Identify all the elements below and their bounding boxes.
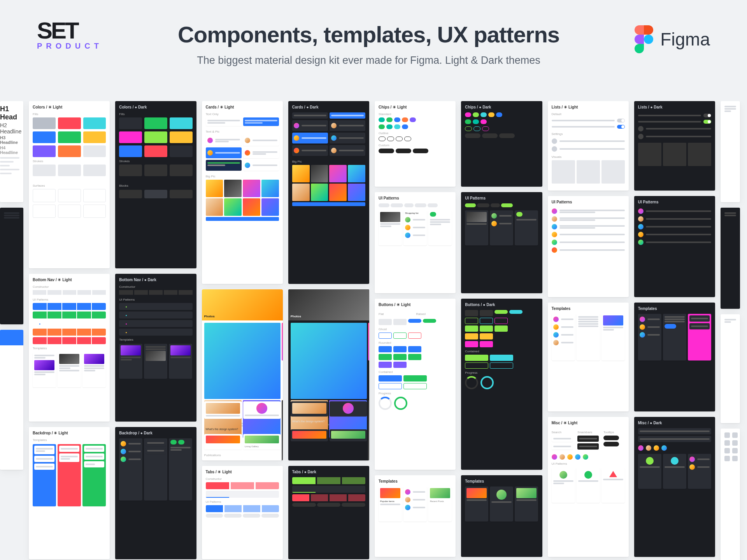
panel-buttons-templates-dark: Templates bbox=[461, 475, 542, 557]
section-label: Settings bbox=[552, 132, 625, 136]
section-label: Rounded bbox=[379, 341, 452, 345]
typo-h3: H3 Headline bbox=[0, 135, 19, 145]
panel-lists-templates-light: Templates bbox=[548, 303, 629, 411]
gallery-col-3: Cards / ☀ Light Text Only Text & Pic Big… bbox=[202, 101, 283, 560]
panel-title: Templates bbox=[465, 479, 538, 483]
panel-title: Misc / ● Dark bbox=[638, 421, 711, 425]
section-label: Outline bbox=[379, 131, 452, 135]
panel-title: Chips / ☀ Light bbox=[379, 105, 452, 109]
panel-title: Colors / ● Dark bbox=[119, 105, 192, 109]
section-label: Contained bbox=[465, 350, 538, 353]
figma-word: Figma bbox=[660, 29, 710, 50]
section-label: Publications bbox=[204, 453, 281, 457]
section-label: Constructor bbox=[206, 477, 279, 481]
section-label: Strokes bbox=[33, 159, 106, 163]
section-label: Templates bbox=[33, 438, 106, 442]
photos-cat: Living Gallery bbox=[245, 445, 259, 448]
section-label: Ghost bbox=[379, 327, 452, 331]
photos-question: What's the design system? bbox=[206, 428, 238, 430]
panel-title: Misc / ☀ Light bbox=[552, 421, 625, 425]
panel-lists-dark: Lists / ● Dark bbox=[634, 101, 715, 191]
section-label: Constructor bbox=[33, 285, 106, 289]
gallery-col-7: Lists / ☀ Light Default Settings Visuals… bbox=[548, 101, 629, 560]
panel-misc-dark: Misc / ● Dark bbox=[634, 417, 715, 557]
header-title-block: Components, templates, UX patterns The b… bbox=[103, 21, 635, 66]
gallery-col-5: Chips / ☀ Light Standard Outline Custom … bbox=[375, 101, 456, 560]
section-label: Visuals bbox=[552, 155, 625, 159]
panel-peek-backdrop bbox=[0, 330, 23, 470]
gallery-peek-right bbox=[721, 101, 740, 560]
section-label: Templates bbox=[33, 346, 106, 350]
page-header: SET PRODUCT Components, templates, UX pa… bbox=[0, 0, 747, 84]
tpl-title: Shopping list bbox=[405, 212, 418, 214]
panel-title: Tabs / ☀ Light bbox=[206, 470, 279, 474]
panel-chips-patterns-dark: UI Patterns bbox=[461, 192, 542, 293]
section-label: Default bbox=[552, 112, 625, 116]
panel-bottomnav-dark: Bottom Nav / ● Dark Constructor UI Patte… bbox=[115, 274, 196, 422]
section-label: Standard bbox=[379, 112, 452, 116]
brand-product-word: PRODUCT bbox=[37, 42, 103, 51]
panel-backdrop-light: Backdrop / ☀ Light Templates bbox=[29, 427, 110, 559]
tpl-title: Recent Posts bbox=[430, 500, 444, 502]
panel-buttons-light: Buttons / ☀ Light FlatRaised Ghost Round… bbox=[375, 299, 456, 470]
section-label: UI Patterns bbox=[552, 462, 625, 466]
section-label: Text Only bbox=[206, 112, 279, 116]
panel-title: Backdrop / ● Dark bbox=[119, 431, 192, 435]
section-label: Snackbars bbox=[577, 430, 599, 434]
panel-title: Backdrop / ☀ Light bbox=[33, 431, 106, 435]
section-label: Constructor bbox=[119, 285, 192, 289]
panel-photos-dark: Photos What's the design system? bbox=[288, 289, 369, 460]
section-label: Raised bbox=[416, 312, 452, 316]
section-label: Text & Pic bbox=[206, 130, 279, 133]
panel-title: Bottom Nav / ● Dark bbox=[119, 278, 192, 282]
section-label: Big Pic bbox=[206, 175, 279, 178]
section-label: Templates bbox=[119, 338, 192, 341]
panel-title: UI Patterns bbox=[465, 196, 538, 200]
panel-title: Templates bbox=[638, 306, 711, 311]
brand-figma: Figma bbox=[635, 25, 710, 53]
typo-h2: H2 Headline bbox=[0, 122, 19, 135]
page-subhead: The biggest material design kit ever mad… bbox=[103, 54, 635, 66]
photos-question: What's the design system? bbox=[292, 420, 324, 423]
section-label: Fills bbox=[33, 112, 106, 116]
panel-title: Chips / ● Dark bbox=[465, 105, 538, 109]
panel-backdrop-dark: Backdrop / ● Dark bbox=[115, 427, 196, 559]
section-label: Surfaces bbox=[33, 184, 106, 187]
panel-peek-r3 bbox=[721, 314, 740, 423]
figma-logo-icon bbox=[635, 25, 653, 53]
panel-title: Lists / ● Dark bbox=[638, 105, 711, 109]
panel-peek-r1 bbox=[721, 101, 740, 202]
panel-title: Cards / ☀ Light bbox=[206, 105, 279, 109]
panel-chips-light: Chips / ☀ Light Standard Outline Custom bbox=[375, 101, 456, 187]
panel-chips-patterns-light: UI Patterns Shopping list bbox=[375, 192, 456, 293]
card-caption bbox=[292, 202, 365, 206]
panel-title: Buttons / ☀ Light bbox=[379, 303, 452, 307]
panel-cards-light: Cards / ☀ Light Text Only Text & Pic Big… bbox=[202, 101, 283, 284]
section-label: Blocks bbox=[119, 184, 192, 187]
panel-buttons-templates-light: Templates Popular items Recent Posts bbox=[375, 475, 456, 557]
panel-icons-strip bbox=[721, 429, 740, 560]
panel-title: Lists / ☀ Light bbox=[552, 105, 625, 109]
panel-tabs-dark: Tabs / ● Dark bbox=[288, 466, 369, 559]
panel-title: Colors / ☀ Light bbox=[33, 105, 106, 109]
section-label: Search bbox=[552, 430, 573, 434]
gallery-col-6: Chips / ● Dark UI Patterns Buttons / ● D… bbox=[461, 101, 542, 560]
panel-lists-patterns-light: UI Patterns bbox=[548, 196, 629, 297]
section-label: Big Pic bbox=[292, 160, 365, 163]
section-label: Progress bbox=[379, 392, 452, 395]
photos-title: Photos bbox=[291, 315, 301, 318]
panel-title: Cards / ● Dark bbox=[292, 105, 365, 109]
panel-title: Templates bbox=[379, 479, 452, 483]
showcase-gallery: H1 Head H2 Headline H3 Headline H4 Headl… bbox=[0, 101, 747, 560]
gallery-col-2: Colors / ● Dark Fills Strokes Blocks Bot… bbox=[115, 101, 196, 560]
panel-cards-dark: Cards / ● Dark Big Pic bbox=[288, 101, 369, 284]
section-label: UI Patterns bbox=[206, 500, 279, 504]
panel-tabs-light: Tabs / ☀ Light Constructor UI Patterns bbox=[202, 466, 283, 559]
card-caption bbox=[206, 217, 279, 221]
panel-buttons-dark: Buttons / ● Dark Contained Progress bbox=[461, 299, 542, 470]
panel-title: UI Patterns bbox=[552, 200, 625, 204]
section-label: Flat bbox=[379, 312, 414, 316]
brand-setproduct: SET PRODUCT bbox=[37, 21, 103, 51]
brand-set-word: SET bbox=[37, 21, 78, 40]
panel-title: Bottom Nav / ☀ Light bbox=[33, 278, 106, 282]
